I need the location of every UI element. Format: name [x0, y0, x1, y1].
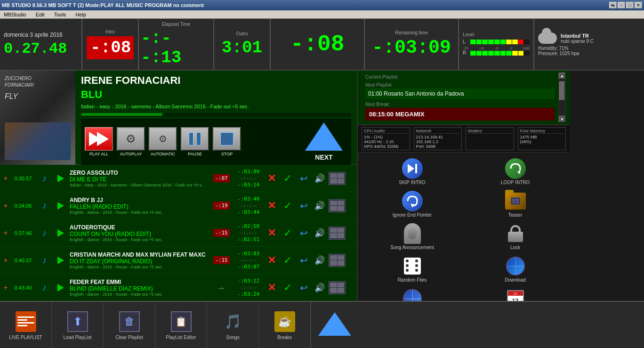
- skip-intro-button[interactable]: SKIP INTRO: [362, 156, 463, 187]
- bottom-next-area[interactable]: [311, 302, 358, 348]
- outro-display: 3:01: [222, 38, 262, 57]
- level-seg: [476, 51, 482, 56]
- pl-line: [17, 325, 28, 326]
- add-button[interactable]: +: [0, 274, 11, 301]
- close-button[interactable]: ✕: [635, 2, 642, 8]
- play-row-button[interactable]: [54, 165, 68, 192]
- volume-icon[interactable]: 🔊: [313, 281, 327, 295]
- delete-icon[interactable]: ✕: [265, 171, 279, 186]
- url-button[interactable]: Url: [362, 286, 463, 301]
- jump-icon[interactable]: ↩: [297, 281, 311, 295]
- editor-icon: 📋: [171, 311, 192, 332]
- add-button[interactable]: +: [0, 219, 11, 246]
- playlist-area[interactable]: + 0.30.57 ♪ ZERO ASSOLUTO DI ME E DI TE …: [0, 165, 357, 301]
- volume-icon[interactable]: 🔊: [313, 226, 327, 240]
- level-mark: -20: [463, 46, 468, 50]
- playlist-row[interactable]: + 0.30.57 ♪ ZERO ASSOLUTO DI ME E DI TE …: [0, 165, 357, 192]
- restore-button[interactable]: ⇆: [609, 2, 617, 8]
- delete-icon[interactable]: ✕: [265, 226, 279, 240]
- mini-cell: [330, 260, 337, 266]
- volume-icon[interactable]: 🔊: [313, 171, 327, 186]
- menu-tools[interactable]: Tools: [52, 12, 68, 17]
- breaks-button[interactable]: ☕ Breaks: [259, 302, 311, 348]
- pause-button[interactable]: PAUSE: [181, 127, 209, 156]
- pause-bars-icon: [189, 132, 201, 146]
- songs-button[interactable]: 🎵 Songs: [207, 302, 259, 348]
- playlist-row[interactable]: + 0.37.46 ♪ AUTOEROTIQUE COUNT ON YOU (R…: [0, 219, 357, 247]
- jump-icon[interactable]: ↩: [297, 199, 311, 213]
- minimize-button[interactable]: −: [618, 2, 625, 8]
- clear-playlist-button[interactable]: 🗑 Clear Playlist: [104, 302, 155, 348]
- playlist-row[interactable]: + 0.43.40 ♪ FEDER FEAT EMMI BLIND (DANIE…: [0, 274, 357, 301]
- play-row-button[interactable]: [54, 274, 68, 301]
- live-playlist-button[interactable]: LIVE PLAYLIST: [0, 302, 52, 348]
- jump-icon[interactable]: ↩: [297, 253, 311, 267]
- playlist-row[interactable]: + 0.34.06 ♪ ANDRY B JJ FALLEN (RADIO EDI…: [0, 192, 357, 219]
- countdown-section: -:08: [271, 19, 365, 70]
- scroll-down-button[interactable]: ▼: [559, 116, 565, 122]
- calendar-icon: 12 12: [507, 290, 524, 301]
- mini-cell: [338, 206, 345, 211]
- lock-button[interactable]: Lock: [465, 221, 566, 252]
- album-art: ZUCCHERO FORNACIARI FLY: [0, 71, 75, 165]
- clear-playlist-icon: 🗑: [118, 310, 141, 333]
- approve-icon[interactable]: ✓: [281, 171, 295, 186]
- svg-marker-2: [517, 171, 520, 174]
- stop-button[interactable]: STOP: [213, 127, 241, 156]
- ignore-end-pointer-label: Ignore End Pointer: [393, 212, 432, 218]
- dice-dot: [415, 269, 418, 272]
- row-actions: ✕ ✓ ↩ 🔊: [263, 219, 357, 246]
- add-button[interactable]: +: [0, 192, 11, 219]
- dur-green-1: -:02:50: [238, 223, 259, 229]
- load-playlist-label: Load PlayList: [63, 335, 91, 340]
- play-row-button[interactable]: [54, 247, 68, 274]
- volume-icon[interactable]: 🔊: [313, 253, 327, 267]
- pl-line: [17, 322, 34, 324]
- scroll-thumb-area: [559, 79, 565, 116]
- download-button[interactable]: Download: [465, 254, 566, 284]
- menu-help[interactable]: Help: [73, 12, 88, 17]
- jump-icon[interactable]: ↩: [297, 171, 311, 186]
- live-playlist-label: LIVE PLAYLIST: [9, 335, 42, 340]
- play-row-button[interactable]: [54, 219, 68, 246]
- mini-cell: [338, 173, 345, 178]
- right-scrollbar[interactable]: ▲ ▼: [558, 73, 566, 122]
- agenda-button[interactable]: 12 12 Agenda: [465, 286, 566, 301]
- teaser-mini-cell: [512, 199, 515, 201]
- loop-intro-button[interactable]: LOOP INTRO: [465, 156, 566, 187]
- menu-mbstudio[interactable]: MBStudio: [2, 12, 28, 17]
- level-seg: [524, 40, 530, 44]
- approve-icon[interactable]: ✓: [281, 226, 295, 240]
- pause-bar-left: [189, 132, 193, 146]
- maximize-button[interactable]: □: [626, 2, 634, 8]
- volume-icon[interactable]: 🔊: [313, 199, 327, 213]
- next-area[interactable]: NEXT: [300, 122, 347, 161]
- playlist-editor-button[interactable]: 📋 PlayList Editor: [155, 302, 207, 348]
- mini-cell: [330, 178, 337, 184]
- random-files-button[interactable]: Random Files: [362, 254, 463, 284]
- approve-icon[interactable]: ✓: [281, 199, 295, 213]
- delete-icon[interactable]: ✕: [265, 253, 279, 267]
- playlist-row[interactable]: + 0.40.37 ♪ CRISTIAN MARCHI AND MAX MYLI…: [0, 247, 357, 274]
- delete-icon[interactable]: ✕: [265, 199, 279, 213]
- menu-edit[interactable]: Edit: [34, 12, 47, 17]
- song-announcement-button[interactable]: Song Announcement: [362, 221, 463, 252]
- intro-display: -:08: [87, 36, 134, 59]
- add-button[interactable]: +: [0, 165, 11, 192]
- ignore-end-pointer-button[interactable]: Ignore End Pointer: [362, 189, 463, 219]
- approve-icon[interactable]: ✓: [281, 281, 295, 295]
- teaser-button[interactable]: Teaser: [465, 189, 566, 219]
- load-playlist-button[interactable]: ⬆ Load PlayList: [52, 302, 104, 348]
- mini-screen-icon: [329, 281, 346, 294]
- next-arrow-icon[interactable]: [305, 122, 343, 151]
- play-all-button[interactable]: PLAY ALL: [85, 127, 113, 156]
- play-row-button[interactable]: [54, 192, 68, 219]
- approve-icon[interactable]: ✓: [281, 253, 295, 267]
- delete-icon[interactable]: ✕: [265, 281, 279, 295]
- ignore-end-circle: [402, 191, 423, 211]
- autoplay-button[interactable]: ⚙ AUTOPLAY: [117, 127, 145, 156]
- scroll-up-button[interactable]: ▲: [559, 73, 565, 79]
- add-button[interactable]: +: [0, 247, 11, 274]
- automatic-button[interactable]: ⚙ AUTOMATIC: [149, 127, 177, 156]
- jump-icon[interactable]: ↩: [297, 226, 311, 240]
